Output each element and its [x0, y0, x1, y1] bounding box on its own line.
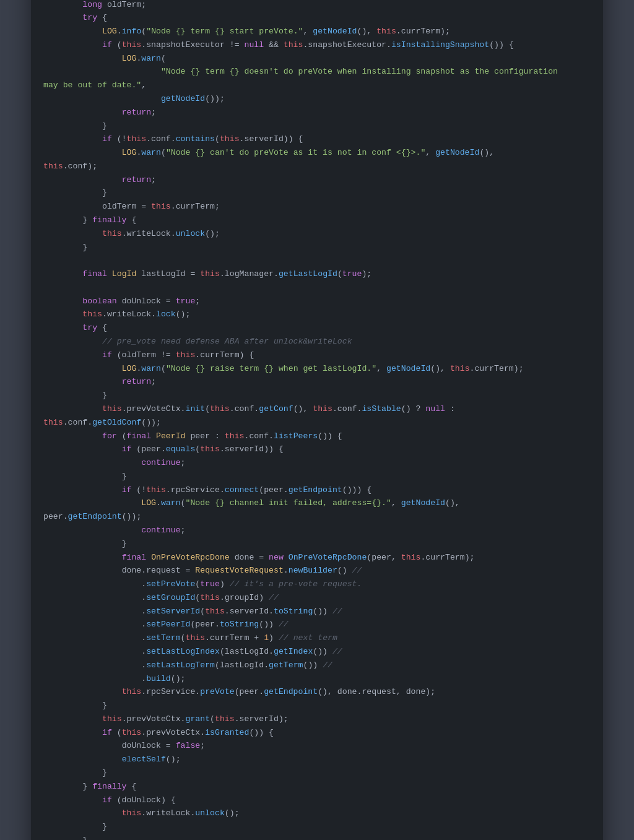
code-window: private void preVote() { long oldTerm; t… — [31, 0, 603, 840]
code-content: private void preVote() { long oldTerm; t… — [31, 0, 603, 840]
